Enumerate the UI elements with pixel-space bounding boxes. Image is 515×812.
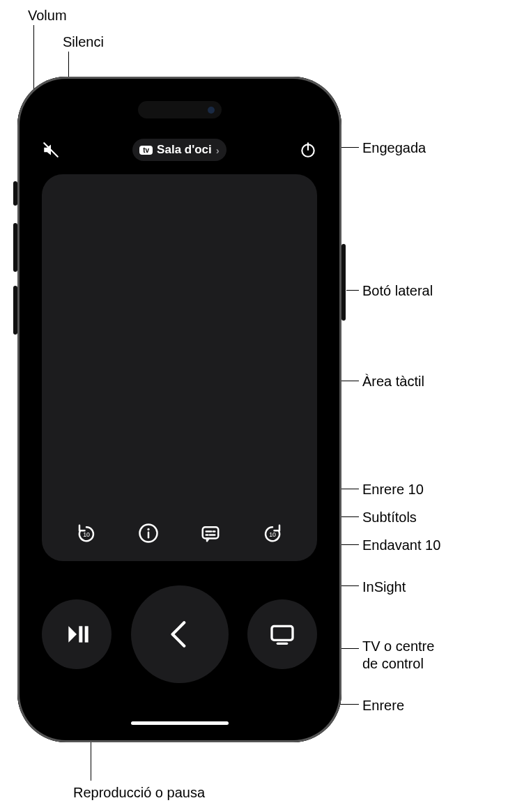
insight-button[interactable] [134, 519, 162, 547]
back-10-button[interactable]: 10 [72, 519, 100, 547]
tv-control-center-button[interactable] [247, 599, 317, 669]
label-enrere-10: Enrere 10 [362, 481, 424, 498]
device-name-label: Sala d'oci [157, 143, 212, 157]
dynamic-island [138, 101, 222, 118]
play-pause-button[interactable] [42, 599, 112, 669]
label-enrere: Enrere [362, 697, 404, 714]
svg-rect-7 [203, 527, 219, 538]
svg-rect-14 [79, 626, 82, 642]
svg-marker-13 [68, 626, 77, 642]
side-button[interactable] [341, 244, 346, 321]
label-insight: InSight [362, 579, 406, 596]
label-subtitols: Subtítols [362, 509, 417, 526]
remote-top-row: tv Sala d'oci › [42, 136, 317, 164]
subtitles-button[interactable] [197, 519, 224, 547]
mute-button[interactable] [42, 141, 60, 159]
back-button[interactable] [131, 585, 229, 683]
svg-rect-15 [85, 626, 89, 642]
label-volum: Volum [28, 7, 67, 24]
svg-point-6 [148, 528, 150, 530]
power-button[interactable] [299, 141, 317, 159]
label-tv-centre: TV o centre de control [362, 638, 434, 673]
volume-down-button[interactable] [13, 286, 17, 335]
forward-10-button[interactable]: 10 [259, 519, 286, 547]
volume-up-button[interactable] [13, 223, 17, 272]
label-area-tactil: Àrea tàctil [362, 373, 424, 390]
label-silenci: Silenci [63, 33, 104, 51]
device-selector[interactable]: tv Sala d'oci › [132, 139, 226, 161]
phone-frame: tv Sala d'oci › 10 10 [17, 77, 341, 742]
home-indicator [131, 721, 229, 725]
touch-area[interactable]: 10 10 [42, 174, 317, 561]
secondary-icon-row: 10 10 [42, 519, 317, 547]
svg-text:10: 10 [269, 531, 276, 538]
apple-tv-pill: tv [139, 146, 153, 155]
primary-button-row [42, 585, 317, 683]
label-engegada: Engegada [362, 139, 426, 157]
label-endavant-10: Endavant 10 [362, 537, 440, 554]
svg-rect-16 [272, 626, 293, 640]
chevron-right-icon: › [216, 144, 220, 156]
ring-silent-switch[interactable] [13, 181, 17, 206]
label-repro-pausa: Reproducció o pausa [73, 784, 205, 802]
label-boto-lateral: Botó lateral [362, 282, 433, 300]
svg-text:10: 10 [84, 531, 91, 538]
